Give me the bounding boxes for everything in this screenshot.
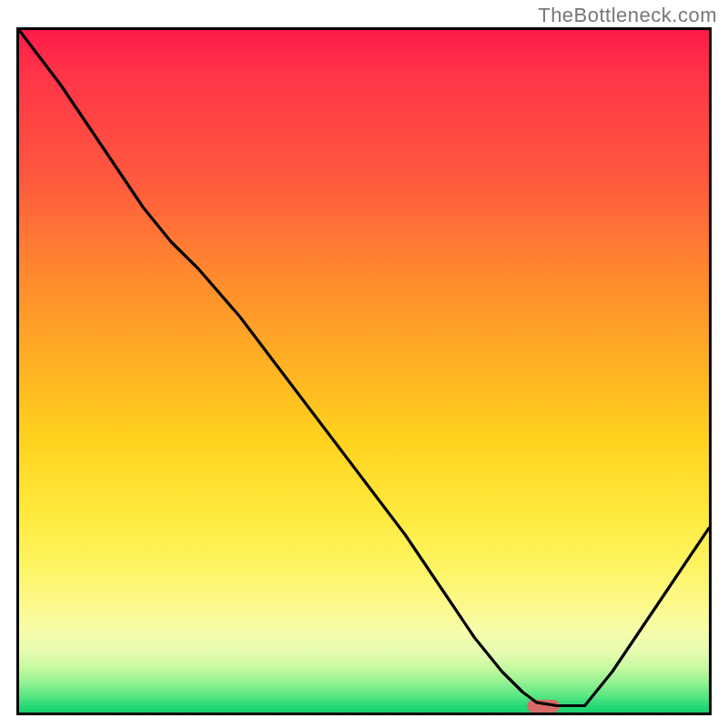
- chart-stage: TheBottleneck.com: [0, 0, 728, 728]
- background-gradient: [19, 30, 709, 713]
- watermark-text: TheBottleneck.com: [538, 4, 717, 27]
- plot-area: [16, 27, 712, 715]
- valley-marker: [527, 700, 560, 713]
